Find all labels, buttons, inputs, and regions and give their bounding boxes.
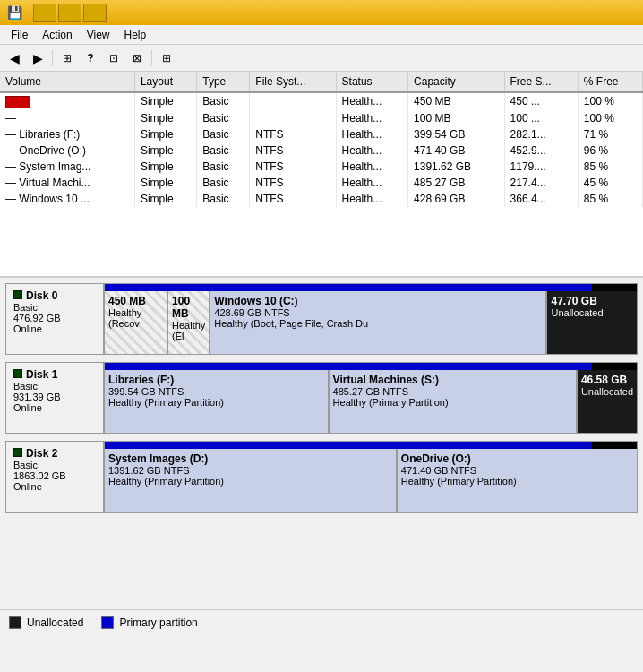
cell-type: Basic [197, 92, 250, 110]
partition-name: 100 MB [172, 295, 205, 320]
col-type[interactable]: Type [197, 72, 250, 92]
cell-capacity: 485.27 GB [408, 175, 504, 191]
cell-type: Basic [197, 110, 250, 126]
properties-button[interactable]: ⊞ [56, 48, 78, 68]
partition[interactable]: 100 MB Healthy (El [168, 291, 210, 354]
disk-label: Disk 2 Basic 1863.02 GB Online [6, 442, 105, 512]
cell-status: Health... [336, 159, 407, 175]
disk-size: 476.92 GB [13, 313, 96, 323]
partition-size: 428.69 GB NTFS [214, 307, 542, 318]
restore-button[interactable] [58, 4, 81, 22]
cell-capacity: 450 MB [408, 92, 504, 110]
table-row[interactable]: — Simple Basic Health... 100 MB 100 ... … [0, 110, 643, 126]
legend-primary: Primary partition [101, 616, 197, 629]
cell-pct: 85 % [578, 191, 642, 207]
disk-bar-dark [592, 442, 637, 449]
disk-size: 931.39 GB [13, 392, 96, 402]
menu-help[interactable]: Help [117, 27, 154, 43]
title-bar-controls [33, 4, 107, 22]
col-pct[interactable]: % Free [578, 72, 642, 92]
partition-status: Healthy (Primary Partition) [108, 397, 324, 408]
disk-status: Online [13, 481, 96, 492]
cell-type: Basic [197, 159, 250, 175]
col-layout[interactable]: Layout [134, 72, 196, 92]
disk-bar-dark [592, 284, 637, 291]
cell-free: 1179.... [504, 159, 578, 175]
table-row[interactable]: — Windows 10 ... Simple Basic NTFS Healt… [0, 191, 643, 207]
minimize-button[interactable] [33, 4, 56, 22]
cell-status: Health... [336, 92, 407, 110]
partition[interactable]: 450 MB Healthy (Recov [105, 291, 168, 354]
cell-fs [250, 110, 336, 126]
cell-free: 282.1... [504, 126, 578, 142]
disk-partitions: System Images (D:) 1391.62 GB NTFS Healt… [105, 449, 637, 512]
partition-size: Healthy (Recov [108, 307, 163, 329]
cell-type: Basic [197, 175, 250, 191]
forward-button[interactable]: ▶ [27, 48, 48, 68]
legend-unalloc-label: Unallocated [27, 616, 83, 629]
cell-layout: Simple [134, 92, 196, 110]
cell-volume: — Windows 10 ... [0, 191, 134, 207]
partition-size: 471.40 GB NTFS [401, 465, 633, 476]
refresh-button[interactable]: ⊡ [103, 48, 124, 68]
cell-status: Health... [336, 110, 407, 126]
partition[interactable]: 47.70 GB Unallocated [547, 291, 637, 354]
cell-free: 452.9... [504, 142, 578, 159]
partition-size: Unallocated [551, 307, 633, 318]
table-row[interactable]: — Virtual Machi... Simple Basic NTFS Hea… [0, 175, 643, 191]
toolbar-separator-2 [151, 50, 152, 66]
col-volume[interactable]: Volume [0, 72, 134, 92]
cell-free: 100 ... [504, 110, 578, 126]
col-free[interactable]: Free S... [504, 72, 578, 92]
cell-status: Health... [336, 175, 407, 191]
view-button[interactable]: ⊞ [156, 48, 177, 68]
cell-volume [0, 92, 134, 110]
vol-dot [5, 96, 30, 108]
cell-fs: NTFS [250, 159, 336, 175]
help-button[interactable]: ? [80, 48, 101, 68]
legend-primary-label: Primary partition [119, 616, 197, 629]
close-button[interactable] [83, 4, 107, 22]
disk-row: Disk 1 Basic 931.39 GB Online Libraries … [5, 362, 638, 434]
back-button[interactable]: ◀ [4, 48, 25, 68]
cell-layout: Simple [134, 126, 196, 142]
menu-view[interactable]: View [80, 27, 117, 43]
table-row[interactable]: — Libraries (F:) Simple Basic NTFS Healt… [0, 126, 643, 142]
partition[interactable]: System Images (D:) 1391.62 GB NTFS Healt… [105, 449, 398, 512]
menu-action[interactable]: Action [35, 27, 79, 43]
cell-capacity: 471.40 GB [408, 142, 504, 159]
cell-fs [250, 92, 336, 110]
disk-size: 1863.02 GB [13, 470, 96, 481]
settings-button[interactable]: ⊠ [126, 48, 148, 68]
partition-size: Healthy (El [172, 320, 205, 341]
partition[interactable]: 46.58 GB Unallocated [578, 370, 637, 433]
col-status[interactable]: Status [336, 72, 407, 92]
partition[interactable]: Windows 10 (C:) 428.69 GB NTFS Healthy (… [210, 291, 547, 354]
partition[interactable]: Libraries (F:) 399.54 GB NTFS Healthy (P… [105, 370, 330, 433]
cell-status: Health... [336, 191, 407, 207]
disk-label: Disk 0 Basic 476.92 GB Online [6, 284, 105, 354]
col-filesystem[interactable]: File Syst... [250, 72, 336, 92]
table-row[interactable]: — System Imag... Simple Basic NTFS Healt… [0, 159, 643, 175]
toolbar: ◀ ▶ ⊞ ? ⊡ ⊠ ⊞ [0, 45, 643, 72]
table-row[interactable]: — OneDrive (O:) Simple Basic NTFS Health… [0, 142, 643, 159]
partition-size: 399.54 GB NTFS [108, 386, 324, 397]
legend: Unallocated Primary partition [0, 609, 643, 634]
cell-layout: Simple [134, 142, 196, 159]
cell-capacity: 428.69 GB [408, 191, 504, 207]
partition-name: Windows 10 (C:) [214, 295, 542, 307]
disk-type: Basic [13, 302, 96, 313]
col-capacity[interactable]: Capacity [408, 72, 504, 92]
cell-layout: Simple [134, 159, 196, 175]
table-row[interactable]: Simple Basic Health... 450 MB 450 ... 10… [0, 92, 643, 110]
menu-file[interactable]: File [4, 27, 35, 43]
partition[interactable]: Virtual Machines (S:) 485.27 GB NTFS Hea… [330, 370, 578, 433]
disk-bar-blue [105, 284, 592, 291]
disk-row: Disk 0 Basic 476.92 GB Online 450 MB Hea… [5, 283, 638, 355]
partition-name: 450 MB [108, 295, 163, 307]
partition[interactable]: OneDrive (O:) 471.40 GB NTFS Healthy (Pr… [398, 449, 637, 512]
cell-volume: — OneDrive (O:) [0, 142, 134, 159]
disk-status: Online [13, 402, 96, 413]
partition-size: 1391.62 GB NTFS [108, 465, 392, 476]
cell-fs: NTFS [250, 142, 336, 159]
